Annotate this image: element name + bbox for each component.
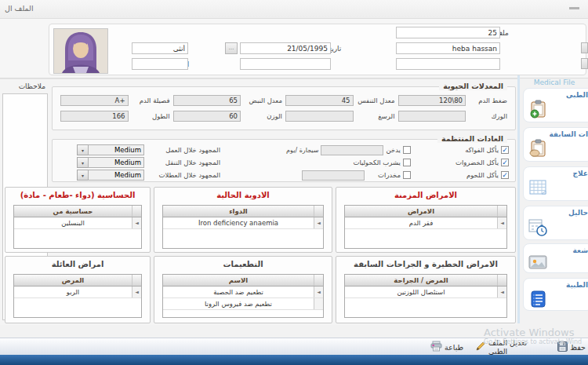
eats-fruits-checkbox[interactable] [501,146,509,154]
table-row[interactable]: الربو [14,287,141,298]
drugs-input[interactable] [302,170,365,181]
family-diseases-title: امراض العائلة [5,257,150,268]
cell-value: الربو [14,287,132,297]
effort-commute-combo[interactable] [77,157,144,168]
chronic-diseases-table[interactable]: الامراض فقر الدم [344,205,507,249]
row-header-cell [497,206,506,217]
title-bar: الملف ال [0,0,588,19]
file-number-input[interactable] [396,27,500,38]
print-button[interactable]: طباعة [428,339,466,355]
height-input[interactable] [60,111,129,122]
allergy-table[interactable]: حساسية من البنسلين [13,205,142,249]
sidebar-title: Medical File [527,78,582,86]
eats-vegetables-checkbox[interactable] [501,159,509,166]
sidebar-item-label: علاج [573,170,588,177]
nationality-input[interactable] [132,58,188,70]
dob-picker-button[interactable]: … [225,42,238,54]
breath-label: معدل التنفس [356,97,395,104]
patient-photo-image [54,29,107,73]
column-header: حساسية من [14,206,132,217]
effort-work-label: المجهود خلال العمل [147,146,220,154]
cigarettes-per-day-input[interactable] [321,145,383,155]
name-side-button[interactable] [581,42,588,53]
chevron-down-icon[interactable] [77,170,88,181]
printer-icon [430,341,442,353]
cell-value: البنسلين [14,217,132,228]
serious-diseases-table[interactable]: المرض / الجراحة استئصال اللوزتين [344,274,507,318]
insurance-input[interactable] [240,58,331,70]
hip-input[interactable] [398,111,466,122]
habits-title: العادات المنتظمة [437,134,507,143]
bp-input[interactable] [398,95,466,106]
current-medications-table[interactable]: الدواء Iron deficiency anaemia [162,205,324,249]
sidebar-item-lab-tests[interactable]: حاليل [523,206,588,240]
name-input[interactable] [396,42,500,54]
effort-commute-value[interactable] [88,157,144,168]
drugs-checkbox[interactable] [403,171,411,179]
effort-work-combo[interactable] [77,144,144,155]
row-indicator-icon [497,217,506,228]
wrist-input[interactable] [285,111,354,122]
chevron-down-icon[interactable] [77,157,88,168]
habits-groupbox: العادات المنتظمة يأكل الفواكه يأكل الخضر… [52,139,516,182]
table-row[interactable]: استئصال اللوزتين [345,287,506,298]
vaccinations-panel: التطعيمات الاسم تطعيم ضد الحصبة تطعيم ضد… [154,256,332,323]
gender-input[interactable] [132,42,188,54]
serious-diseases-title: الامراض الخطيرة و الجراحات السابقة [336,257,515,268]
vaccinations-table[interactable]: الاسم تطعيم ضد الحصبة تطعيم ضد فيروس الر… [162,274,324,318]
effort-work-value[interactable] [88,144,144,155]
sidebar-item-treatment[interactable]: علاج [523,166,588,201]
chronic-diseases-title: الامراض المزمنة [336,188,515,199]
table-row[interactable]: Iron deficiency anaemia [163,217,323,229]
row-indicator-icon [314,287,323,297]
table-row[interactable]: تطعيم ضد الحصبة [163,287,323,298]
window-title: الملف ال [5,4,34,13]
eats-meat-checkbox[interactable] [501,171,509,179]
taskbar[interactable] [0,355,588,365]
smokes-checkbox[interactable] [403,146,411,154]
job-side-button[interactable] [581,58,588,69]
table-row[interactable]: تطعيم ضد فيروس الروتا [163,298,323,310]
blood-type-input[interactable] [60,95,129,106]
drugs-label: مخدرات [378,171,401,179]
table-row[interactable]: البنسلين [14,217,141,229]
cell-value: فقر الدم [345,217,497,228]
patient-photo[interactable] [53,28,108,74]
dob-input[interactable] [240,42,331,54]
serious-diseases-panel: الامراض الخطيرة و الجراحات السابقة المرض… [336,256,516,323]
effort-holidays-label: المجهود خلال العطلات [147,171,220,179]
row-indicator-icon [132,217,141,228]
pulse-input[interactable] [173,95,241,106]
clipboard-hand-icon [528,138,548,159]
sidebar-item-previous-exams[interactable]: ات السابقة [523,127,588,162]
table-row[interactable]: فقر الدم [345,217,506,229]
effort-holidays-combo[interactable] [77,170,144,181]
cell-value: تطعيم ضد الحصبة [163,287,314,297]
breath-input[interactable] [285,95,354,106]
family-diseases-table[interactable]: المرض الربو [13,274,142,318]
sidebar-item-label: الطبى [566,91,588,99]
family-diseases-panel: امراض العائلة المرض الربو [5,256,151,323]
blood-type-label: فصيلة الدم [131,97,170,104]
effort-holidays-value[interactable] [88,170,144,181]
weight-input[interactable] [173,111,241,122]
save-button[interactable]: حفظ [555,340,588,355]
sidebar-item-medical-reports[interactable]: الطبية [523,278,588,311]
sidebar-divider [517,75,520,323]
row-header-cell [132,275,141,286]
window-dash-icon[interactable] [569,7,579,9]
alcohol-checkbox[interactable] [403,159,411,166]
sidebar-item-radiology[interactable]: شعة [523,243,588,273]
chevron-down-icon[interactable] [77,144,88,155]
allergy-title: الحساسية (دواء -طعام - مادة) [5,188,150,199]
sidebar-item-medical-file[interactable]: الطبى [523,88,588,122]
job-input[interactable] [396,58,500,70]
print-label: طباعة [445,343,463,352]
floppy-disk-icon [557,341,568,353]
column-header: الاسم [163,275,314,286]
notes-icon [528,289,548,309]
cell-value: استئصال اللوزتين [345,287,497,297]
cell-value: تطعيم ضد فيروس الروتا [163,298,314,309]
smokes-label: يدخن [386,146,401,154]
row-header-cell [314,206,323,217]
